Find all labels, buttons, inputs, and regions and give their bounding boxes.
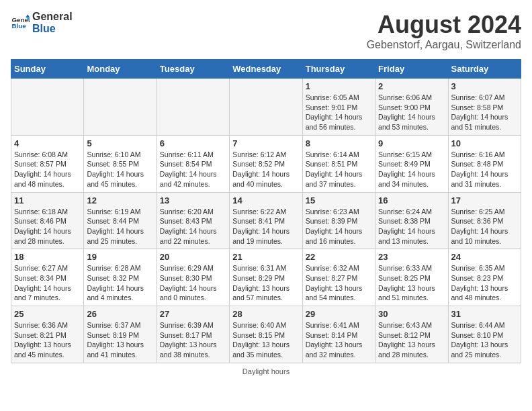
- week-row-5: 25Sunrise: 6:36 AM Sunset: 8:21 PM Dayli…: [11, 306, 521, 363]
- day-cell: 12Sunrise: 6:19 AM Sunset: 8:44 PM Dayli…: [84, 192, 157, 249]
- logo: General Blue General Blue: [11, 11, 73, 34]
- day-number: 29: [306, 309, 372, 319]
- day-cell: [157, 79, 229, 136]
- day-cell: 25Sunrise: 6:36 AM Sunset: 8:21 PM Dayli…: [11, 306, 84, 363]
- day-cell: 15Sunrise: 6:23 AM Sunset: 8:39 PM Dayli…: [302, 192, 375, 249]
- day-info: Sunrise: 6:40 AM Sunset: 8:15 PM Dayligh…: [232, 320, 299, 360]
- day-cell: 10Sunrise: 6:16 AM Sunset: 8:48 PM Dayli…: [448, 135, 521, 192]
- day-cell: 5Sunrise: 6:10 AM Sunset: 8:55 PM Daylig…: [84, 135, 157, 192]
- day-info: Sunrise: 6:37 AM Sunset: 8:19 PM Dayligh…: [87, 320, 153, 360]
- day-number: 31: [451, 309, 518, 319]
- day-number: 3: [451, 81, 518, 91]
- calendar-table: SundayMondayTuesdayWednesdayThursdayFrid…: [11, 59, 521, 363]
- day-info: Sunrise: 6:15 AM Sunset: 8:49 PM Dayligh…: [378, 150, 445, 189]
- svg-text:Blue: Blue: [11, 22, 26, 30]
- day-cell: 4Sunrise: 6:08 AM Sunset: 8:57 PM Daylig…: [11, 135, 84, 192]
- day-info: Sunrise: 6:43 AM Sunset: 8:12 PM Dayligh…: [378, 320, 445, 360]
- day-cell: 3Sunrise: 6:07 AM Sunset: 8:58 PM Daylig…: [448, 79, 521, 136]
- day-cell: 7Sunrise: 6:12 AM Sunset: 8:52 PM Daylig…: [230, 135, 302, 192]
- footer-note: Daylight hours: [11, 367, 521, 375]
- day-info: Sunrise: 6:16 AM Sunset: 8:48 PM Dayligh…: [451, 150, 518, 189]
- day-cell: 13Sunrise: 6:20 AM Sunset: 8:43 PM Dayli…: [157, 192, 229, 249]
- day-info: Sunrise: 6:35 AM Sunset: 8:23 PM Dayligh…: [451, 263, 518, 303]
- day-cell: [11, 79, 84, 136]
- day-number: 16: [378, 195, 445, 205]
- day-cell: [230, 79, 302, 136]
- col-header-monday: Monday: [84, 60, 157, 79]
- day-cell: 27Sunrise: 6:39 AM Sunset: 8:17 PM Dayli…: [157, 306, 229, 363]
- day-number: 25: [14, 309, 81, 319]
- day-number: 23: [378, 252, 445, 262]
- day-info: Sunrise: 6:18 AM Sunset: 8:46 PM Dayligh…: [14, 207, 81, 246]
- day-number: 21: [232, 252, 299, 262]
- col-header-tuesday: Tuesday: [157, 60, 229, 79]
- day-info: Sunrise: 6:08 AM Sunset: 8:57 PM Dayligh…: [14, 150, 81, 189]
- logo-general: General: [32, 11, 73, 23]
- day-cell: 2Sunrise: 6:06 AM Sunset: 9:00 PM Daylig…: [375, 79, 448, 136]
- day-cell: 31Sunrise: 6:44 AM Sunset: 8:10 PM Dayli…: [448, 306, 521, 363]
- day-info: Sunrise: 6:32 AM Sunset: 8:27 PM Dayligh…: [306, 263, 372, 303]
- day-info: Sunrise: 6:29 AM Sunset: 8:30 PM Dayligh…: [160, 263, 226, 303]
- day-number: 10: [451, 138, 518, 148]
- day-number: 19: [87, 252, 153, 262]
- day-cell: [84, 79, 157, 136]
- day-cell: 6Sunrise: 6:11 AM Sunset: 8:54 PM Daylig…: [157, 135, 229, 192]
- day-info: Sunrise: 6:07 AM Sunset: 8:58 PM Dayligh…: [451, 93, 518, 132]
- day-info: Sunrise: 6:31 AM Sunset: 8:29 PM Dayligh…: [232, 263, 299, 303]
- day-cell: 14Sunrise: 6:22 AM Sunset: 8:41 PM Dayli…: [230, 192, 302, 249]
- day-number: 18: [14, 252, 81, 262]
- week-row-4: 18Sunrise: 6:27 AM Sunset: 8:34 PM Dayli…: [11, 249, 521, 306]
- logo-blue: Blue: [32, 23, 73, 35]
- day-number: 15: [306, 195, 372, 205]
- day-number: 7: [232, 138, 299, 148]
- day-info: Sunrise: 6:41 AM Sunset: 8:14 PM Dayligh…: [306, 320, 372, 360]
- day-info: Sunrise: 6:36 AM Sunset: 8:21 PM Dayligh…: [14, 320, 81, 360]
- day-cell: 22Sunrise: 6:32 AM Sunset: 8:27 PM Dayli…: [302, 249, 375, 306]
- col-header-thursday: Thursday: [302, 60, 375, 79]
- day-cell: 20Sunrise: 6:29 AM Sunset: 8:30 PM Dayli…: [157, 249, 229, 306]
- day-cell: 29Sunrise: 6:41 AM Sunset: 8:14 PM Dayli…: [302, 306, 375, 363]
- day-number: 22: [306, 252, 372, 262]
- day-cell: 16Sunrise: 6:24 AM Sunset: 8:38 PM Dayli…: [375, 192, 448, 249]
- day-info: Sunrise: 6:44 AM Sunset: 8:10 PM Dayligh…: [451, 320, 518, 360]
- day-number: 14: [232, 195, 299, 205]
- day-number: 9: [378, 138, 445, 148]
- day-info: Sunrise: 6:14 AM Sunset: 8:51 PM Dayligh…: [306, 150, 372, 189]
- day-info: Sunrise: 6:23 AM Sunset: 8:39 PM Dayligh…: [306, 207, 372, 246]
- day-number: 12: [87, 195, 153, 205]
- day-cell: 11Sunrise: 6:18 AM Sunset: 8:46 PM Dayli…: [11, 192, 84, 249]
- day-number: 17: [451, 195, 518, 205]
- day-number: 5: [87, 138, 153, 148]
- day-info: Sunrise: 6:06 AM Sunset: 9:00 PM Dayligh…: [378, 93, 445, 132]
- day-number: 2: [378, 81, 445, 91]
- day-info: Sunrise: 6:22 AM Sunset: 8:41 PM Dayligh…: [232, 207, 299, 246]
- day-info: Sunrise: 6:20 AM Sunset: 8:43 PM Dayligh…: [160, 207, 226, 246]
- subtitle: Gebenstorf, Aargau, Switzerland: [367, 39, 521, 51]
- week-row-2: 4Sunrise: 6:08 AM Sunset: 8:57 PM Daylig…: [11, 135, 521, 192]
- day-info: Sunrise: 6:39 AM Sunset: 8:17 PM Dayligh…: [160, 320, 226, 360]
- week-row-1: 1Sunrise: 6:05 AM Sunset: 9:01 PM Daylig…: [11, 79, 521, 136]
- day-number: 4: [14, 138, 81, 148]
- title-section: August 2024 Gebenstorf, Aargau, Switzerl…: [367, 11, 521, 51]
- day-number: 13: [160, 195, 226, 205]
- week-row-3: 11Sunrise: 6:18 AM Sunset: 8:46 PM Dayli…: [11, 192, 521, 249]
- day-number: 20: [160, 252, 226, 262]
- day-number: 30: [378, 309, 445, 319]
- day-cell: 23Sunrise: 6:33 AM Sunset: 8:25 PM Dayli…: [375, 249, 448, 306]
- col-header-friday: Friday: [375, 60, 448, 79]
- day-info: Sunrise: 6:24 AM Sunset: 8:38 PM Dayligh…: [378, 207, 445, 246]
- day-number: 8: [306, 138, 372, 148]
- day-number: 26: [87, 309, 153, 319]
- day-cell: 28Sunrise: 6:40 AM Sunset: 8:15 PM Dayli…: [230, 306, 302, 363]
- day-cell: 9Sunrise: 6:15 AM Sunset: 8:49 PM Daylig…: [375, 135, 448, 192]
- day-cell: 24Sunrise: 6:35 AM Sunset: 8:23 PM Dayli…: [448, 249, 521, 306]
- day-number: 28: [232, 309, 299, 319]
- day-cell: 19Sunrise: 6:28 AM Sunset: 8:32 PM Dayli…: [84, 249, 157, 306]
- col-header-saturday: Saturday: [448, 60, 521, 79]
- col-header-wednesday: Wednesday: [230, 60, 302, 79]
- col-header-sunday: Sunday: [11, 60, 84, 79]
- day-info: Sunrise: 6:33 AM Sunset: 8:25 PM Dayligh…: [378, 263, 445, 303]
- day-info: Sunrise: 6:27 AM Sunset: 8:34 PM Dayligh…: [14, 263, 81, 303]
- day-info: Sunrise: 6:12 AM Sunset: 8:52 PM Dayligh…: [232, 150, 299, 189]
- day-cell: 18Sunrise: 6:27 AM Sunset: 8:34 PM Dayli…: [11, 249, 84, 306]
